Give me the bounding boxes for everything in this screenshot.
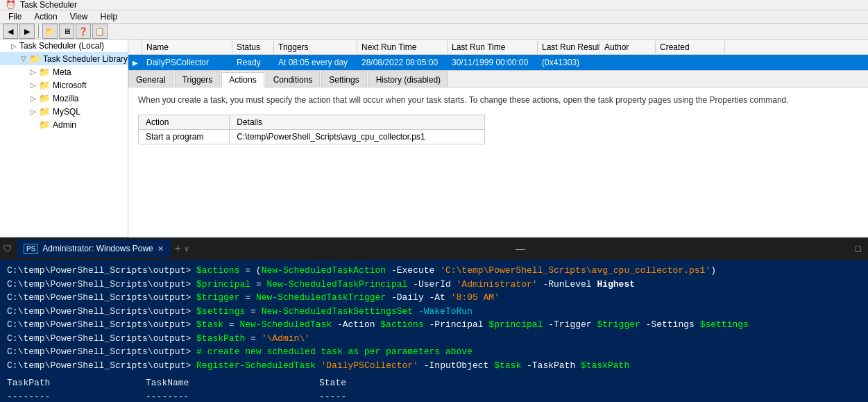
col-header-author[interactable]: Author: [600, 41, 656, 53]
code-5k: $settings: [700, 318, 749, 332]
actions-col-details: Details: [230, 115, 485, 129]
tab-conditions[interactable]: Conditions: [266, 72, 321, 87]
result-sep3: -----: [319, 390, 346, 403]
menu-file[interactable]: File: [3, 10, 27, 23]
terminal-maximize-button[interactable]: □: [851, 243, 865, 254]
prompt-8: C:\temp\PowerShell_Scripts\output>: [7, 359, 191, 373]
tab-triggers[interactable]: Triggers: [175, 72, 221, 87]
task-row[interactable]: ▶ DailyPSCollector Ready At 08:05 every …: [128, 55, 868, 70]
sidebar-root-label: Task Scheduler (Local): [19, 41, 104, 51]
result-sep2: --------: [146, 390, 319, 403]
code-8b: [191, 359, 196, 373]
code-1d: -Execute: [386, 264, 440, 278]
terminal-tab-chevron-icon[interactable]: ∨: [184, 244, 189, 253]
code-8h: -TaskPath: [521, 359, 581, 373]
terminal-line-8: C:\temp\PowerShell_Scripts\output> Regis…: [7, 359, 861, 373]
detail-info-text: When you create a task, you must specify…: [138, 94, 858, 106]
toolbar-clipboard-button[interactable]: 📋: [92, 24, 108, 39]
code-6c: '\Admin\': [262, 332, 310, 346]
sidebar-item-admin[interactable]: ▷ 📁 Admin: [0, 118, 128, 131]
code-1b: = (: [239, 264, 261, 278]
meta-folder-icon: 📁: [39, 67, 50, 77]
terminal-line-6: C:\temp\PowerShell_Scripts\output> $task…: [7, 332, 861, 346]
terminal-add-tab-button[interactable]: +: [175, 242, 181, 255]
actions-col-action: Action: [139, 115, 230, 129]
code-5a: $task: [191, 318, 223, 332]
code-5g: $principal: [488, 318, 543, 332]
code-6b: =: [245, 332, 261, 346]
terminal-minimize-button[interactable]: —: [511, 243, 529, 254]
toolbar-back-button[interactable]: ◀: [3, 24, 18, 39]
code-2c: New-ScheduledTaskPrincipal: [266, 278, 407, 292]
app-container: ⏰ Task Scheduler File Action View Help ◀…: [0, 0, 868, 402]
tab-history[interactable]: History (disabled): [368, 72, 448, 87]
code-1a: $actions: [191, 264, 239, 278]
col-header-status[interactable]: Status: [232, 41, 274, 53]
admin-folder-icon: 📁: [39, 119, 50, 130]
prompt-3: C:\temp\PowerShell_Scripts\output>: [7, 291, 191, 305]
code-4c: New-ScheduledTaskSettingsSet: [262, 305, 413, 319]
tab-general[interactable]: General: [128, 72, 173, 87]
expand-icon: ▷: [11, 42, 17, 50]
detail-tabs: General Triggers Actions Conditions Sett…: [128, 71, 868, 87]
terminal-tab-bar: 🛡 PS Administrator: Windows Powe ✕ + ∨ —…: [0, 237, 868, 260]
menu-help[interactable]: Help: [95, 10, 124, 23]
terminal-tab[interactable]: PS Administrator: Windows Powe ✕: [17, 240, 171, 258]
code-5b: =: [223, 318, 239, 332]
terminal-tab-label: Administrator: Windows Powe: [42, 244, 153, 253]
toolbar-forward-button[interactable]: ▶: [19, 24, 35, 39]
col-header-result[interactable]: Last Run Result: [538, 41, 600, 53]
prompt-2: C:\temp\PowerShell_Scripts\output>: [7, 278, 191, 292]
library-folder-icon: 📁: [29, 53, 40, 64]
toolbar-help-button[interactable]: ❓: [76, 24, 91, 39]
code-3a: $trigger: [191, 291, 239, 305]
terminal-table-header: TaskPath TaskName State: [7, 376, 861, 390]
terminal-close-icon[interactable]: ✕: [158, 244, 164, 253]
col-header-name[interactable]: Name: [142, 41, 232, 53]
task-col-author: [600, 61, 656, 64]
task-col-created: [656, 61, 725, 64]
terminal-table-sep: -------- -------- -----: [7, 390, 861, 403]
code-2f: -RunLevel: [538, 278, 597, 292]
sidebar-item-mozilla[interactable]: ▷ 📁 Mozilla: [0, 92, 128, 105]
sidebar-item-root[interactable]: ▷ Task Scheduler (Local): [0, 40, 128, 52]
col-header-next[interactable]: Next Run Time: [357, 41, 448, 53]
actions-row[interactable]: Start a program C:\temp\PowerShell_Scrip…: [139, 129, 485, 144]
expand-icon-library: ▽: [21, 55, 26, 62]
sidebar-item-library[interactable]: ▽ 📁 Task Scheduler Library: [0, 52, 128, 65]
sidebar-item-microsoft[interactable]: ▷ 📁 Microsoft: [0, 78, 128, 92]
microsoft-folder-icon: 📁: [39, 80, 50, 90]
actions-table: Action Details Start a program C:\temp\P…: [138, 115, 485, 144]
col-header-triggers[interactable]: Triggers: [274, 41, 357, 53]
code-5j: -Settings: [640, 318, 700, 332]
sidebar-item-meta[interactable]: ▷ 📁 Meta: [0, 65, 128, 78]
terminal-body: C:\temp\PowerShell_Scripts\output> $acti…: [0, 260, 868, 402]
sidebar-mysql-label: MySQL: [53, 107, 80, 117]
col-header-last[interactable]: Last Run Time: [448, 41, 538, 53]
detail-panel: General Triggers Actions Conditions Sett…: [128, 71, 868, 237]
tab-settings[interactable]: Settings: [321, 72, 366, 87]
menu-view[interactable]: View: [65, 10, 94, 23]
col-header-created[interactable]: Created: [656, 41, 725, 53]
mysql-folder-icon: 📁: [39, 106, 50, 117]
code-3b: =: [239, 291, 255, 305]
actions-row-details: C:\temp\PowerShell_Scripts\avg_cpu_colle…: [230, 129, 485, 144]
tab-actions[interactable]: Actions: [221, 72, 264, 87]
sidebar-mozilla-label: Mozilla: [53, 94, 78, 103]
prompt-1: C:\temp\PowerShell_Scripts\output>: [7, 264, 191, 278]
result-col-taskname-header: TaskName: [146, 376, 319, 390]
sidebar-item-mysql[interactable]: ▷ 📁 MySQL: [0, 105, 128, 118]
code-8g: $task: [494, 359, 521, 373]
task-col-status: Ready: [232, 56, 274, 69]
sidebar-microsoft-label: Microsoft: [53, 81, 87, 90]
mozilla-folder-icon: 📁: [39, 93, 50, 103]
toolbar-folder-button[interactable]: 📁: [42, 24, 58, 39]
toolbar-monitor-button[interactable]: 🖥: [59, 24, 74, 39]
title-bar-text: Task Scheduler: [20, 0, 77, 10]
code-3d: -Daily -At: [386, 291, 451, 305]
sidebar-meta-label: Meta: [53, 67, 71, 77]
sidebar: ▷ Task Scheduler (Local) ▽ 📁 Task Schedu…: [0, 40, 128, 237]
task-col-name: DailyPSCollector: [142, 56, 232, 69]
menu-action[interactable]: Action: [28, 10, 62, 23]
code-8f: -InputObject: [418, 359, 494, 373]
